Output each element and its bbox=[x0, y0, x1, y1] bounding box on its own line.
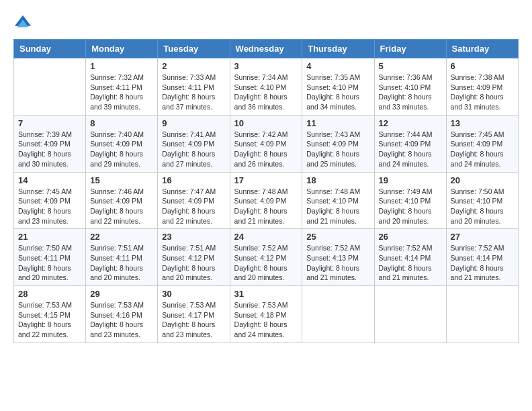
day-number: 2 bbox=[162, 61, 225, 71]
day-number: 1 bbox=[90, 61, 153, 71]
cell-content: Sunrise: 7:53 AM Sunset: 4:15 PM Dayligh… bbox=[18, 300, 81, 340]
calendar-cell: 24Sunrise: 7:52 AM Sunset: 4:12 PM Dayli… bbox=[230, 229, 302, 286]
day-of-week-header: Thursday bbox=[302, 40, 374, 58]
day-of-week-header: Tuesday bbox=[158, 40, 230, 58]
calendar-cell: 10Sunrise: 7:42 AM Sunset: 4:09 PM Dayli… bbox=[230, 115, 302, 172]
calendar-cell: 14Sunrise: 7:45 AM Sunset: 4:09 PM Dayli… bbox=[14, 172, 86, 229]
calendar-cell: 6Sunrise: 7:38 AM Sunset: 4:09 PM Daylig… bbox=[446, 58, 518, 116]
cell-content: Sunrise: 7:46 AM Sunset: 4:09 PM Dayligh… bbox=[90, 187, 153, 226]
day-number: 21 bbox=[18, 232, 81, 242]
day-number: 30 bbox=[162, 289, 225, 299]
calendar-week-row: 28Sunrise: 7:53 AM Sunset: 4:15 PM Dayli… bbox=[14, 286, 519, 343]
cell-content: Sunrise: 7:48 AM Sunset: 4:10 PM Dayligh… bbox=[306, 187, 369, 226]
day-number: 4 bbox=[306, 61, 369, 71]
calendar-week-row: 14Sunrise: 7:45 AM Sunset: 4:09 PM Dayli… bbox=[14, 172, 519, 229]
cell-content: Sunrise: 7:33 AM Sunset: 4:11 PM Dayligh… bbox=[162, 73, 225, 112]
day-number: 29 bbox=[90, 289, 153, 299]
day-number: 5 bbox=[379, 61, 442, 71]
calendar-cell: 18Sunrise: 7:48 AM Sunset: 4:10 PM Dayli… bbox=[302, 172, 374, 229]
cell-content: Sunrise: 7:32 AM Sunset: 4:11 PM Dayligh… bbox=[90, 73, 153, 112]
day-number: 6 bbox=[451, 61, 514, 71]
day-number: 25 bbox=[306, 232, 369, 242]
calendar-cell: 28Sunrise: 7:53 AM Sunset: 4:15 PM Dayli… bbox=[14, 286, 86, 343]
calendar-cell: 9Sunrise: 7:41 AM Sunset: 4:09 PM Daylig… bbox=[158, 115, 230, 172]
day-number: 14 bbox=[18, 175, 81, 185]
cell-content: Sunrise: 7:45 AM Sunset: 4:09 PM Dayligh… bbox=[451, 130, 514, 169]
cell-content: Sunrise: 7:51 AM Sunset: 4:11 PM Dayligh… bbox=[90, 243, 153, 283]
cell-content: Sunrise: 7:53 AM Sunset: 4:18 PM Dayligh… bbox=[234, 300, 298, 340]
cell-content: Sunrise: 7:53 AM Sunset: 4:16 PM Dayligh… bbox=[90, 300, 153, 340]
calendar-table: SundayMondayTuesdayWednesdayThursdayFrid… bbox=[13, 39, 519, 343]
cell-content: Sunrise: 7:36 AM Sunset: 4:10 PM Dayligh… bbox=[379, 73, 442, 112]
day-number: 18 bbox=[306, 175, 369, 185]
day-number: 24 bbox=[234, 232, 298, 242]
cell-content: Sunrise: 7:41 AM Sunset: 4:09 PM Dayligh… bbox=[162, 130, 225, 169]
cell-content: Sunrise: 7:52 AM Sunset: 4:14 PM Dayligh… bbox=[379, 243, 442, 283]
cell-content: Sunrise: 7:45 AM Sunset: 4:09 PM Dayligh… bbox=[18, 187, 81, 226]
calendar-cell: 17Sunrise: 7:48 AM Sunset: 4:09 PM Dayli… bbox=[230, 172, 302, 229]
calendar-week-row: 1Sunrise: 7:32 AM Sunset: 4:11 PM Daylig… bbox=[14, 58, 519, 116]
day-of-week-header: Monday bbox=[86, 40, 158, 58]
day-number: 23 bbox=[162, 232, 225, 242]
cell-content: Sunrise: 7:52 AM Sunset: 4:14 PM Dayligh… bbox=[451, 243, 514, 283]
calendar-cell: 2Sunrise: 7:33 AM Sunset: 4:11 PM Daylig… bbox=[158, 58, 230, 116]
day-number: 13 bbox=[451, 118, 514, 128]
calendar-cell: 26Sunrise: 7:52 AM Sunset: 4:14 PM Dayli… bbox=[374, 229, 446, 286]
calendar-cell: 3Sunrise: 7:34 AM Sunset: 4:10 PM Daylig… bbox=[230, 58, 302, 116]
day-number: 12 bbox=[379, 118, 442, 128]
calendar-cell: 22Sunrise: 7:51 AM Sunset: 4:11 PM Dayli… bbox=[86, 229, 158, 286]
calendar-cell: 1Sunrise: 7:32 AM Sunset: 4:11 PM Daylig… bbox=[86, 58, 158, 116]
calendar-cell: 11Sunrise: 7:43 AM Sunset: 4:09 PM Dayli… bbox=[302, 115, 374, 172]
day-number: 9 bbox=[162, 118, 225, 128]
cell-content: Sunrise: 7:50 AM Sunset: 4:10 PM Dayligh… bbox=[451, 187, 514, 226]
calendar-cell: 8Sunrise: 7:40 AM Sunset: 4:09 PM Daylig… bbox=[86, 115, 158, 172]
logo-icon bbox=[13, 13, 32, 32]
day-of-week-header: Saturday bbox=[446, 40, 518, 58]
cell-content: Sunrise: 7:53 AM Sunset: 4:17 PM Dayligh… bbox=[162, 300, 225, 340]
day-number: 20 bbox=[451, 175, 514, 185]
cell-content: Sunrise: 7:42 AM Sunset: 4:09 PM Dayligh… bbox=[234, 130, 298, 169]
day-number: 11 bbox=[306, 118, 369, 128]
cell-content: Sunrise: 7:51 AM Sunset: 4:12 PM Dayligh… bbox=[162, 243, 225, 283]
day-number: 15 bbox=[90, 175, 153, 185]
calendar-cell: 12Sunrise: 7:44 AM Sunset: 4:09 PM Dayli… bbox=[374, 115, 446, 172]
day-number: 27 bbox=[451, 232, 514, 242]
day-number: 8 bbox=[90, 118, 153, 128]
calendar-cell: 30Sunrise: 7:53 AM Sunset: 4:17 PM Dayli… bbox=[158, 286, 230, 343]
cell-content: Sunrise: 7:44 AM Sunset: 4:09 PM Dayligh… bbox=[379, 130, 442, 169]
calendar-cell: 16Sunrise: 7:47 AM Sunset: 4:09 PM Dayli… bbox=[158, 172, 230, 229]
cell-content: Sunrise: 7:40 AM Sunset: 4:09 PM Dayligh… bbox=[90, 130, 153, 169]
day-number: 28 bbox=[18, 289, 81, 299]
day-number: 26 bbox=[379, 232, 442, 242]
cell-content: Sunrise: 7:35 AM Sunset: 4:10 PM Dayligh… bbox=[306, 73, 369, 112]
cell-content: Sunrise: 7:43 AM Sunset: 4:09 PM Dayligh… bbox=[306, 130, 369, 169]
calendar-cell: 5Sunrise: 7:36 AM Sunset: 4:10 PM Daylig… bbox=[374, 58, 446, 116]
cell-content: Sunrise: 7:47 AM Sunset: 4:09 PM Dayligh… bbox=[162, 187, 225, 226]
day-number: 10 bbox=[234, 118, 298, 128]
cell-content: Sunrise: 7:52 AM Sunset: 4:12 PM Dayligh… bbox=[234, 243, 298, 283]
calendar-cell: 27Sunrise: 7:52 AM Sunset: 4:14 PM Dayli… bbox=[446, 229, 518, 286]
page-header bbox=[13, 13, 519, 32]
calendar-cell: 23Sunrise: 7:51 AM Sunset: 4:12 PM Dayli… bbox=[158, 229, 230, 286]
day-number: 16 bbox=[162, 175, 225, 185]
calendar-cell: 15Sunrise: 7:46 AM Sunset: 4:09 PM Dayli… bbox=[86, 172, 158, 229]
logo bbox=[13, 13, 35, 32]
day-of-week-header: Sunday bbox=[14, 40, 86, 58]
day-of-week-header: Friday bbox=[374, 40, 446, 58]
calendar-cell bbox=[302, 286, 374, 343]
cell-content: Sunrise: 7:49 AM Sunset: 4:10 PM Dayligh… bbox=[379, 187, 442, 226]
day-number: 3 bbox=[234, 61, 298, 71]
cell-content: Sunrise: 7:34 AM Sunset: 4:10 PM Dayligh… bbox=[234, 73, 298, 112]
calendar-cell: 31Sunrise: 7:53 AM Sunset: 4:18 PM Dayli… bbox=[230, 286, 302, 343]
day-number: 19 bbox=[379, 175, 442, 185]
calendar-cell bbox=[374, 286, 446, 343]
calendar-header-row: SundayMondayTuesdayWednesdayThursdayFrid… bbox=[14, 40, 519, 58]
cell-content: Sunrise: 7:38 AM Sunset: 4:09 PM Dayligh… bbox=[451, 73, 514, 112]
cell-content: Sunrise: 7:50 AM Sunset: 4:11 PM Dayligh… bbox=[18, 243, 81, 283]
day-of-week-header: Wednesday bbox=[230, 40, 302, 58]
calendar-cell bbox=[446, 286, 518, 343]
calendar-week-row: 21Sunrise: 7:50 AM Sunset: 4:11 PM Dayli… bbox=[14, 229, 519, 286]
cell-content: Sunrise: 7:39 AM Sunset: 4:09 PM Dayligh… bbox=[18, 130, 81, 169]
calendar-cell: 7Sunrise: 7:39 AM Sunset: 4:09 PM Daylig… bbox=[14, 115, 86, 172]
calendar-cell: 25Sunrise: 7:52 AM Sunset: 4:13 PM Dayli… bbox=[302, 229, 374, 286]
